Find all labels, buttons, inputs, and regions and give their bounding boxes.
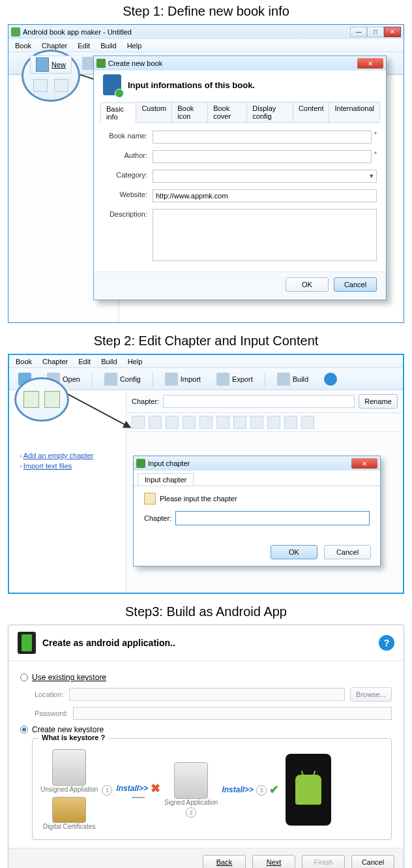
tool-icon[interactable] <box>216 416 229 429</box>
description-textarea[interactable] <box>153 209 377 261</box>
minimize-button[interactable]: — <box>350 27 367 37</box>
signed-doc-icon <box>174 762 208 799</box>
tool-icon[interactable] <box>199 416 213 429</box>
required-star: * <box>374 150 377 158</box>
add-chapter-icon[interactable] <box>23 391 39 408</box>
page-icon[interactable] <box>54 79 68 92</box>
toolbar-new[interactable]: New <box>30 55 72 74</box>
menu-build[interactable]: Build <box>96 40 120 51</box>
tab-content[interactable]: Content <box>293 102 330 122</box>
dialog-icon <box>136 459 145 468</box>
wizard-title: Create as android application.. <box>42 638 175 648</box>
main-window-step1: Android book app maker - Untitled — □ ✕ … <box>8 24 404 323</box>
export-icon <box>216 373 229 386</box>
tool-icon[interactable] <box>250 416 263 429</box>
menu-build[interactable]: Build <box>97 356 121 367</box>
highlight-circle: New <box>22 50 80 102</box>
chapter-name-input[interactable] <box>163 395 355 408</box>
import-icon <box>165 373 178 386</box>
step1-title: Step 1: Define new book info <box>0 4 412 19</box>
input-chapter-dialog: Input chapter ✕ Input chapter Please inp… <box>133 456 381 566</box>
tab-input-chapter[interactable]: Input chapter <box>138 473 194 486</box>
password-input[interactable] <box>73 707 392 720</box>
dialog-close-button[interactable]: ✕ <box>351 458 377 469</box>
tab-custom[interactable]: Custom <box>136 102 172 122</box>
tab-basic-info[interactable]: Basic info <box>100 102 136 123</box>
toolbar-help[interactable] <box>320 371 341 388</box>
tool-icon[interactable] <box>301 416 314 429</box>
radio-create-new[interactable]: Create new keystore <box>20 725 392 734</box>
prompt-text: Please input the chapter <box>160 495 237 503</box>
chapter-label: Chapter: <box>132 397 159 405</box>
toolbar-build[interactable]: Build <box>273 371 312 388</box>
menu-book[interactable]: Book <box>11 40 35 51</box>
maximize-button[interactable]: □ <box>367 27 384 37</box>
import-text-icon[interactable] <box>44 391 60 408</box>
cancel-button[interactable]: Cancel <box>324 545 371 559</box>
help-icon[interactable]: ? <box>379 635 394 651</box>
menu-chapter[interactable]: Chapter <box>38 356 72 367</box>
toolbar-export[interactable]: Export <box>213 371 257 388</box>
ok-button[interactable]: OK <box>271 545 317 559</box>
ok-button[interactable]: OK <box>286 277 329 292</box>
tool-icon[interactable] <box>166 416 179 429</box>
author-input[interactable] <box>153 150 372 163</box>
tab-book-icon[interactable]: Book icon <box>171 102 208 122</box>
android-icon <box>295 775 321 805</box>
radio-use-existing[interactable]: Use existing keystore <box>20 673 392 682</box>
tab-international[interactable]: International <box>329 102 380 122</box>
signed-app-node: Signed Application 2 <box>164 762 218 818</box>
chapter-icon[interactable] <box>33 79 48 92</box>
tool-icon[interactable] <box>183 416 196 429</box>
menu-help[interactable]: Help <box>123 40 146 51</box>
tab-display-config[interactable]: Display config <box>246 102 293 122</box>
dialog-icon <box>96 59 106 68</box>
website-input[interactable] <box>153 189 377 202</box>
dialog-heading: Input informations of this book. <box>128 80 255 90</box>
chapter-input[interactable] <box>175 511 370 525</box>
new-book-icon <box>36 57 49 72</box>
close-button[interactable]: ✕ <box>384 27 401 37</box>
config-icon <box>104 373 117 386</box>
back-button[interactable]: Back <box>203 855 246 868</box>
menu-help[interactable]: Help <box>124 356 147 367</box>
help-icon <box>324 373 337 386</box>
tab-book-cover[interactable]: Book cover <box>207 102 247 122</box>
menu-chapter[interactable]: Chapter <box>38 40 71 51</box>
dialog-titlebar: Create new book ✕ <box>94 56 386 70</box>
bookname-input[interactable] <box>153 131 372 144</box>
fail-icon: ✖ <box>151 781 160 796</box>
tool-icon[interactable] <box>149 416 162 429</box>
link-add-chapter[interactable]: ›Add an empty chapter <box>20 452 126 459</box>
editor-toolbar <box>126 413 403 432</box>
toolbar-import[interactable]: Import <box>161 371 205 388</box>
browse-button[interactable]: Browse... <box>350 687 392 702</box>
next-button[interactable]: Next <box>252 855 295 868</box>
menu-bar: Book Chapter Edit Build Help <box>8 39 404 52</box>
toolbar-config[interactable]: Config <box>100 371 145 388</box>
tool-icon[interactable] <box>233 416 246 429</box>
tool-icon[interactable] <box>267 416 280 429</box>
step2-title: Step 2: Edit Chapter and Input Content <box>0 333 412 349</box>
dialog-close-button[interactable]: ✕ <box>357 58 383 69</box>
cancel-button[interactable]: Cancel <box>334 277 377 292</box>
install-label: Install>> <box>222 785 254 794</box>
tool-icon[interactable] <box>284 416 297 429</box>
location-input[interactable] <box>69 688 345 701</box>
menu-edit[interactable]: Edit <box>74 40 94 51</box>
book-plus-icon <box>103 74 121 95</box>
window-titlebar: Android book app maker - Untitled — □ ✕ <box>8 25 404 39</box>
menu-edit[interactable]: Edit <box>74 356 95 367</box>
step-number-2: 2 <box>186 807 196 818</box>
finish-button[interactable]: Finish <box>302 855 345 868</box>
category-select[interactable] <box>153 170 377 183</box>
rename-button[interactable]: Rename <box>359 394 398 409</box>
cancel-button[interactable]: Cancel <box>351 855 394 868</box>
link-import-files[interactable]: ›Import text files <box>20 462 126 470</box>
tool-icon[interactable] <box>132 416 145 429</box>
menu-bar: Book Chapter Edit Build Help <box>9 355 403 368</box>
step-number-1: 1 <box>102 785 112 796</box>
menu-book[interactable]: Book <box>12 356 36 367</box>
success-icon: ✔ <box>269 783 279 797</box>
install-label: Install>> <box>116 784 148 793</box>
